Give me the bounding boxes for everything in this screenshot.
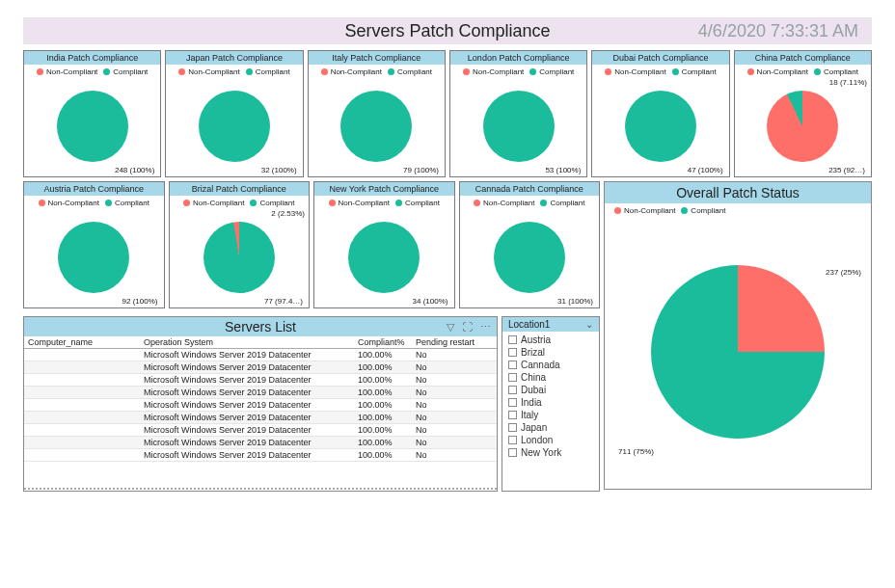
cell-restart: No bbox=[416, 388, 493, 397]
cell-compliant: 100.00% bbox=[358, 425, 416, 435]
chart-card: Italy Patch Compliance Non-Compliant Com… bbox=[308, 50, 446, 177]
checkbox-icon[interactable] bbox=[508, 423, 517, 432]
location-item[interactable]: Austria bbox=[508, 334, 593, 345]
timestamp: 4/6/2020 7:33:31 AM bbox=[698, 21, 858, 41]
cell-compliant: 100.00% bbox=[358, 362, 416, 372]
dot-compliant-icon bbox=[388, 68, 394, 75]
chart-card: Cannada Patch Compliance Non-Compliant C… bbox=[459, 181, 601, 308]
dot-non-compliant-icon bbox=[37, 68, 43, 75]
pie-chart[interactable] bbox=[340, 91, 412, 162]
table-row[interactable]: Microsoft Windows Server 2019 Datacenter… bbox=[24, 361, 497, 374]
location-label: Cannada bbox=[521, 360, 560, 370]
dot-non-compliant-icon bbox=[178, 68, 185, 75]
legend-c: Compliant bbox=[691, 206, 725, 215]
legend-c: Compliant bbox=[405, 199, 440, 207]
chart-card: India Patch Compliance Non-Compliant Com… bbox=[23, 50, 161, 177]
location-label: Austria bbox=[521, 334, 551, 345]
table-row[interactable]: Microsoft Windows Server 2019 Datacenter… bbox=[24, 399, 497, 412]
table-row[interactable]: Microsoft Windows Server 2019 Datacenter… bbox=[24, 349, 497, 361]
location-item[interactable]: Dubai bbox=[508, 385, 593, 395]
dot-compliant-icon bbox=[250, 200, 257, 206]
location-item[interactable]: India bbox=[508, 397, 593, 408]
location-title: Location1 bbox=[508, 319, 550, 330]
legend-c: Compliant bbox=[550, 199, 584, 207]
location-header: Location1 ⌄ bbox=[502, 317, 599, 332]
checkbox-icon[interactable] bbox=[508, 373, 517, 382]
pie-chart[interactable] bbox=[625, 91, 696, 162]
col-compliant[interactable]: Compliant% bbox=[358, 337, 416, 347]
pie-chart[interactable] bbox=[767, 91, 838, 162]
table-row[interactable]: Microsoft Windows Server 2019 Datacenter… bbox=[24, 437, 497, 449]
checkbox-icon[interactable] bbox=[508, 335, 517, 344]
title-bar: Servers Patch Compliance 4/6/2020 7:33:3… bbox=[23, 17, 872, 44]
dot-compliant-icon bbox=[105, 200, 112, 206]
table-row[interactable]: Microsoft Windows Server 2019 Datacenter… bbox=[24, 374, 497, 387]
pie-chart[interactable] bbox=[483, 91, 555, 162]
col-restart[interactable]: Pending restart bbox=[416, 337, 493, 347]
chart-title: Cannada Patch Compliance bbox=[460, 182, 600, 196]
checkbox-icon[interactable] bbox=[508, 361, 517, 369]
dot-non-compliant-icon bbox=[321, 68, 328, 75]
servers-table-head: Computer_name Operation System Compliant… bbox=[24, 336, 497, 349]
more-icon[interactable]: ⋯ bbox=[480, 321, 491, 334]
cell-compliant: 100.00% bbox=[358, 413, 416, 422]
legend-nc: Non-Compliant bbox=[483, 199, 534, 207]
filter-icon[interactable]: ▽ bbox=[447, 321, 454, 334]
dot-compliant-icon bbox=[246, 68, 253, 75]
legend-nc: Non-Compliant bbox=[757, 67, 808, 76]
chart-title: New York Patch Compliance bbox=[314, 182, 454, 196]
pie-chart[interactable] bbox=[58, 222, 129, 293]
col-os[interactable]: Operation System bbox=[144, 337, 358, 347]
dot-non-compliant-icon bbox=[605, 68, 611, 75]
pie-chart[interactable] bbox=[57, 91, 128, 162]
dot-non-compliant-icon bbox=[183, 200, 190, 206]
chevron-down-icon[interactable]: ⌄ bbox=[585, 319, 593, 330]
chart-card: Brizal Patch Compliance Non-Compliant Co… bbox=[169, 181, 311, 308]
checkbox-icon[interactable] bbox=[508, 436, 517, 444]
pie-label: 235 (92…) bbox=[828, 166, 865, 174]
overall-label-nc: 237 (25%) bbox=[826, 268, 861, 277]
overall-pie[interactable] bbox=[651, 265, 825, 439]
table-row[interactable]: Microsoft Windows Server 2019 Datacenter… bbox=[24, 424, 497, 437]
table-row[interactable]: Microsoft Windows Server 2019 Datacenter… bbox=[24, 449, 497, 462]
dot-compliant-icon bbox=[103, 68, 110, 75]
dot-non-compliant-icon bbox=[474, 200, 480, 206]
cell-compliant: 100.00% bbox=[358, 400, 416, 410]
legend-c: Compliant bbox=[256, 67, 290, 76]
location-item[interactable]: Italy bbox=[508, 410, 593, 420]
cell-compliant: 100.00% bbox=[358, 438, 416, 447]
cell-restart: No bbox=[416, 350, 493, 360]
pie-chart[interactable] bbox=[348, 222, 420, 293]
col-computer[interactable]: Computer_name bbox=[28, 337, 144, 347]
dot-non-compliant-icon bbox=[39, 200, 45, 206]
location-label: China bbox=[521, 372, 546, 383]
chart-title: China Patch Compliance bbox=[735, 51, 871, 65]
focus-icon[interactable]: ⛶ bbox=[462, 321, 473, 334]
pie-chart[interactable] bbox=[199, 91, 270, 162]
table-row[interactable]: Microsoft Windows Server 2019 Datacenter… bbox=[24, 387, 497, 399]
table-row[interactable]: Microsoft Windows Server 2019 Datacenter… bbox=[24, 412, 497, 424]
location-item[interactable]: London bbox=[508, 435, 593, 445]
checkbox-icon[interactable] bbox=[508, 386, 517, 394]
pie-chart[interactable] bbox=[203, 222, 275, 293]
chart-title: Japan Patch Compliance bbox=[166, 51, 302, 65]
location-item[interactable]: China bbox=[508, 372, 593, 383]
checkbox-icon[interactable] bbox=[508, 448, 517, 457]
location-item[interactable]: Japan bbox=[508, 422, 593, 433]
checkbox-icon[interactable] bbox=[508, 348, 517, 357]
location-label: India bbox=[521, 397, 542, 408]
location-item[interactable]: Brizal bbox=[508, 347, 593, 358]
legend-c: Compliant bbox=[115, 199, 149, 207]
cell-restart: No bbox=[416, 400, 493, 410]
location-item[interactable]: New York bbox=[508, 447, 593, 458]
legend-nc: Non-Compliant bbox=[614, 67, 665, 76]
pie-chart[interactable] bbox=[494, 222, 565, 293]
cell-compliant: 100.00% bbox=[358, 388, 416, 397]
chart-title: India Patch Compliance bbox=[24, 51, 160, 65]
checkbox-icon[interactable] bbox=[508, 398, 517, 407]
row-2: Austria Patch Compliance Non-Compliant C… bbox=[23, 181, 872, 492]
dot-compliant-icon bbox=[681, 207, 688, 214]
checkbox-icon[interactable] bbox=[508, 411, 517, 419]
location-list: Austria Brizal Cannada China Dubai India… bbox=[502, 332, 599, 461]
location-item[interactable]: Cannada bbox=[508, 360, 593, 370]
